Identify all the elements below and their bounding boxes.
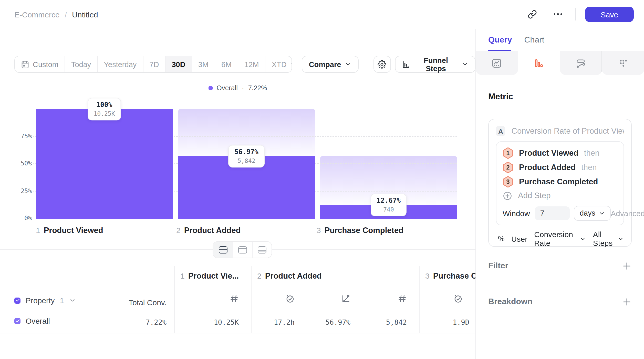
group-name: Product Vie...	[188, 271, 239, 281]
top-bar: E-Commerce / Untitled Save	[0, 0, 644, 29]
step-number-badge: 2	[503, 162, 513, 173]
avg-time-clock-check-icon[interactable]	[285, 294, 295, 303]
measure-entity[interactable]: User	[511, 234, 527, 243]
date-range-7d[interactable]: 7D	[143, 56, 165, 72]
funnel-bar-product-added[interactable]: 56.97% 5,842	[178, 109, 315, 219]
bottom-panel-icon	[258, 246, 266, 253]
plus-circle-icon	[503, 191, 512, 200]
query-step-3[interactable]: 3 Purchase Completed	[503, 175, 617, 189]
funnel-value-label: 12.67% 740	[370, 194, 407, 216]
more-options-button[interactable]	[550, 6, 566, 23]
results-table: 1 Product Vie... 2 Product Added 3 Purch…	[0, 266, 475, 333]
step-event-name: Product Added	[519, 163, 576, 172]
chart-type-more[interactable]	[602, 51, 644, 75]
step-name: Purchase Completed	[325, 226, 403, 235]
query-panel: Query Chart	[475, 29, 644, 359]
metric-card: A Conversion Rate of Product View... 1 P…	[488, 119, 632, 247]
window-value-input[interactable]	[535, 206, 570, 220]
row-divider	[0, 311, 475, 311]
date-range-xtd[interactable]: XTD	[265, 56, 292, 72]
y-axis-tick-0: 0%	[9, 215, 32, 222]
date-range-3m[interactable]: 3M	[192, 56, 215, 72]
group-number: 3	[425, 271, 430, 280]
conv-rate-chart-icon[interactable]	[341, 294, 350, 303]
chart-legend[interactable]: Overall · 7.22%	[0, 84, 475, 92]
funnel-value-label: 56.97% 5,842	[228, 145, 265, 168]
tab-chart[interactable]: Chart	[524, 35, 544, 45]
count-column-hash-icon[interactable]	[398, 294, 407, 303]
total-conv-header[interactable]: Total Conv.	[0, 298, 167, 307]
add-step-button[interactable]: Add Step	[503, 189, 617, 202]
advanced-toggle[interactable]: Advanced	[611, 209, 644, 217]
tab-query[interactable]: Query	[488, 35, 512, 45]
row-divider	[0, 333, 475, 333]
chart-settings-button[interactable]	[373, 56, 391, 73]
step-name: Product Viewed	[44, 226, 103, 235]
breadcrumb-project[interactable]: E-Commerce	[14, 10, 60, 19]
date-range-label: Today	[71, 60, 91, 68]
topbar-divider	[575, 8, 576, 20]
funnel-count: 10.25K	[94, 110, 115, 118]
table-group-header-1[interactable]: 1 Product Vie...	[180, 271, 239, 281]
date-range-label: Custom	[33, 60, 58, 68]
step-event-name: Product Viewed	[519, 149, 578, 158]
dots-grid-icon	[618, 58, 628, 68]
layout-view-switcher	[213, 241, 272, 258]
group-name: Product Added	[265, 271, 322, 281]
chevron-down-icon	[345, 61, 351, 68]
chart-type-insights[interactable]	[476, 51, 518, 75]
funnel-pct: 12.67%	[377, 196, 401, 205]
chart-type-funnel-active[interactable]	[518, 51, 560, 75]
panel-tabs: Query Chart	[476, 29, 644, 51]
table-group-header-3[interactable]: 3 Purchase Completed	[425, 271, 475, 281]
breakdown-section: Breakdown	[488, 295, 632, 308]
add-breakdown-button[interactable]	[622, 297, 632, 307]
date-range-label: 12M	[244, 60, 259, 68]
date-range-6m[interactable]: 6M	[215, 56, 238, 72]
chevron-down-icon	[598, 210, 605, 216]
window-label: Window	[503, 209, 530, 217]
flows-chart-icon	[575, 58, 586, 68]
query-step-2[interactable]: 2 Product Added then	[503, 160, 617, 175]
add-filter-button[interactable]	[622, 261, 632, 271]
date-range-12m[interactable]: 12M	[238, 56, 265, 72]
table-only-view-button[interactable]	[252, 242, 272, 258]
chevron-down-icon	[290, 61, 292, 68]
measure-scope-dropdown[interactable]: All Steps	[593, 230, 624, 247]
count-column-hash-icon[interactable]	[230, 294, 239, 303]
table-group-header-2[interactable]: 2 Product Added	[257, 271, 322, 281]
funnel-steps-icon	[402, 60, 410, 68]
date-range-label: 6M	[221, 60, 232, 68]
share-link-button[interactable]	[524, 6, 541, 23]
date-range-label: Yesterday	[104, 60, 137, 68]
compare-button[interactable]: Compare	[302, 56, 359, 73]
save-button[interactable]: Save	[585, 7, 634, 22]
measure-type-dropdown[interactable]: Conversion Rate	[534, 230, 586, 247]
funnel-bar-product-viewed[interactable]: 100% 10.25K	[36, 109, 173, 219]
step-number: 1	[36, 226, 40, 235]
chart-view-selector-button[interactable]: Funnel Steps	[395, 56, 475, 73]
avg-time-clock-check-icon[interactable]	[453, 294, 463, 303]
chart-toolbar: Custom Today Yesterday 7D 30D 3M 6M 12M …	[14, 56, 475, 73]
funnel-chart: 100% 10.25K 56.97% 5,842 12.	[36, 109, 457, 219]
measure-type-label: Conversion Rate	[534, 230, 577, 247]
chart-type-flows[interactable]	[560, 51, 602, 75]
chart-only-view-button[interactable]	[233, 242, 252, 258]
date-range-yesterday[interactable]: Yesterday	[97, 56, 143, 72]
gear-icon	[378, 60, 387, 69]
funnel-bar-purchase-completed[interactable]: 12.67% 740	[320, 109, 457, 219]
split-view-button[interactable]	[213, 242, 233, 258]
breadcrumb-report-title[interactable]: Untitled	[72, 10, 98, 19]
metric-series-row[interactable]: A Conversion Rate of Product View...	[496, 126, 624, 136]
measurement-row: % User Conversion Rate All Steps	[496, 230, 624, 247]
date-range-custom[interactable]: Custom	[15, 56, 65, 72]
conversion-window-row: Window days Advanced	[503, 205, 617, 221]
date-range-label: XTD	[272, 60, 287, 68]
cell-step2-convrate: 56.97%	[307, 318, 350, 326]
date-range-30d-active[interactable]: 30D	[165, 56, 191, 72]
percent-icon: %	[498, 235, 505, 243]
query-step-1[interactable]: 1 Product Viewed then	[503, 146, 617, 160]
window-unit-select[interactable]: days	[574, 206, 611, 220]
date-range-today[interactable]: Today	[65, 56, 97, 72]
cell-total-conv: 7.22%	[0, 318, 167, 326]
